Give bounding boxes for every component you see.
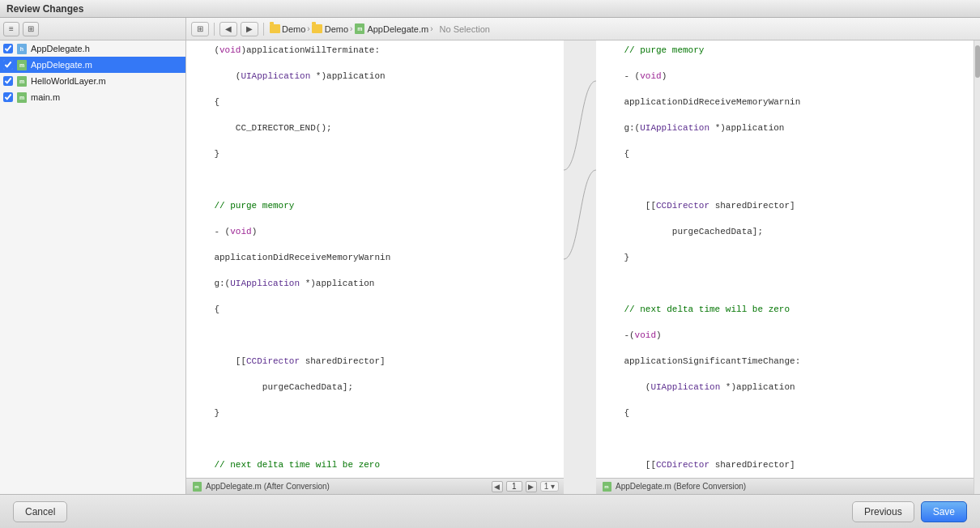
sidebar-menu-button[interactable]: ≡ bbox=[3, 22, 19, 36]
sidebar-item-appdelegateh[interactable]: h AppDelegate.h bbox=[0, 40, 185, 57]
left-status-filename: AppDelegate.m (After Conversion) bbox=[206, 482, 488, 491]
left-prev-btn[interactable]: ◀ bbox=[492, 481, 503, 492]
breadcrumb-file-icon: m bbox=[354, 23, 365, 35]
left-editor-panel: (void)applicationWillTerminate: (UIAppli… bbox=[186, 40, 564, 494]
sidebar-checkbox-appdelegateh[interactable] bbox=[3, 44, 13, 53]
folder2-icon bbox=[312, 23, 323, 35]
right-editor-status: m AppDelegate.m (Before Conversion) bbox=[596, 478, 974, 494]
previous-button[interactable]: Previous bbox=[852, 501, 914, 522]
sidebar-checkbox-helloworldlayer[interactable] bbox=[3, 76, 13, 86]
grid-view-icon: ⊞ bbox=[197, 24, 203, 33]
bottom-right-buttons: Previous Save bbox=[852, 501, 967, 522]
left-code-area[interactable]: (void)applicationWillTerminate: (UIAppli… bbox=[186, 40, 564, 478]
file-icon-mainm: m bbox=[16, 92, 28, 103]
right-status-file-icon: m bbox=[601, 481, 612, 492]
breadcrumb-sep2: › bbox=[350, 24, 352, 33]
save-button[interactable]: Save bbox=[921, 501, 967, 522]
breadcrumb: Demo › Demo › m AppDelegate.m › No Selec… bbox=[269, 23, 975, 35]
right-editor-panel: // purge memory - (void) applicationDidR… bbox=[596, 40, 974, 494]
left-change-badge: 1 ▾ bbox=[540, 481, 559, 492]
file-icon-appdelegatem: m bbox=[16, 59, 28, 70]
sidebar-label-appdelegatem: AppDelegate.m bbox=[31, 60, 92, 70]
bottom-bar: Cancel Previous Save bbox=[0, 494, 980, 528]
sidebar-label-mainm: main.m bbox=[31, 92, 60, 102]
right-status-filename: AppDelegate.m (Before Conversion) bbox=[616, 482, 969, 491]
scrollbar-thumb bbox=[975, 45, 980, 78]
title-bar-title: Review Changes bbox=[6, 3, 83, 15]
sidebar-toolbar: ≡ ⊞ bbox=[0, 18, 185, 40]
sidebar-checkbox-appdelegatem[interactable] bbox=[3, 60, 13, 70]
diff-connector bbox=[564, 40, 596, 494]
main-container: ≡ ⊞ h AppDelegate.h m AppDelegate.m m bbox=[0, 18, 980, 494]
next-diff-button[interactable]: ▶ bbox=[241, 22, 258, 36]
left-editor-status: m AppDelegate.m (After Conversion) ◀ 1 ▶… bbox=[186, 478, 564, 494]
right-scrollbar[interactable] bbox=[974, 40, 980, 494]
sidebar-label-helloworldlayer: HelloWorldLayer.m bbox=[31, 76, 106, 86]
editor-toolbar: ⊞ ◀ ▶ Demo › Demo › bbox=[186, 18, 980, 40]
prev-arrow-icon: ◀ bbox=[225, 24, 232, 33]
breadcrumb-folder2: Demo bbox=[325, 24, 348, 34]
file-icon-appdelegateh: h bbox=[16, 43, 28, 54]
editor-area: ⊞ ◀ ▶ Demo › Demo › bbox=[186, 18, 980, 494]
sidebar-item-appdelegatem[interactable]: m AppDelegate.m bbox=[0, 57, 185, 73]
sidebar-checkbox-mainm[interactable] bbox=[3, 92, 13, 102]
cancel-button[interactable]: Cancel bbox=[13, 501, 67, 522]
grid-icon: ⊞ bbox=[28, 24, 34, 33]
next-arrow-icon: ▶ bbox=[246, 24, 253, 33]
sidebar-item-mainm[interactable]: m main.m bbox=[0, 89, 185, 105]
right-code-area[interactable]: // purge memory - (void) applicationDidR… bbox=[596, 40, 974, 478]
editors-split: (void)applicationWillTerminate: (UIAppli… bbox=[186, 40, 980, 494]
sidebar: ≡ ⊞ h AppDelegate.h m AppDelegate.m m bbox=[0, 18, 186, 494]
breadcrumb-selection: No Selection bbox=[435, 24, 495, 34]
breadcrumb-folder1: Demo bbox=[282, 24, 305, 34]
prev-diff-button[interactable]: ◀ bbox=[219, 22, 237, 36]
toolbar-separator bbox=[214, 23, 215, 36]
breadcrumb-sep3: › bbox=[430, 24, 432, 33]
left-page-num: 1 bbox=[506, 481, 522, 492]
sidebar-item-helloworldlayer[interactable]: m HelloWorldLayer.m bbox=[0, 73, 185, 89]
file-icon-helloworldlayer: m bbox=[16, 75, 28, 87]
left-status-file-icon: m bbox=[191, 481, 202, 492]
breadcrumb-sep1: › bbox=[307, 24, 309, 33]
sidebar-grid-button[interactable]: ⊞ bbox=[23, 22, 39, 36]
sidebar-label-appdelegateh: AppDelegate.h bbox=[31, 44, 90, 53]
folder1-icon bbox=[269, 23, 280, 35]
grid-view-button[interactable]: ⊞ bbox=[191, 22, 209, 36]
left-next-btn[interactable]: ▶ bbox=[526, 481, 537, 492]
title-bar: Review Changes bbox=[0, 0, 980, 18]
toolbar-separator-2 bbox=[263, 23, 264, 36]
breadcrumb-file: AppDelegate.m bbox=[367, 24, 428, 34]
